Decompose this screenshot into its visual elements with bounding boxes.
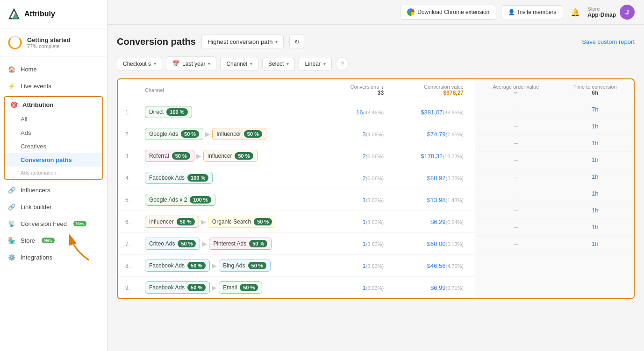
pct-badge: 100 %	[166, 108, 187, 116]
select-chevron-icon: ▾	[286, 61, 289, 66]
path-cell: Referral50 % ▶ Influencer50 %	[137, 145, 327, 167]
user-avatar[interactable]: J	[620, 5, 635, 20]
table-row: 9. Facebook Ads50 % ▶ Email50 % 1(3.03%)…	[118, 277, 475, 299]
sidebar-item-live-events-label: Live events	[21, 83, 51, 90]
conversion-path-dropdown[interactable]: Highest conversion path ▾	[201, 35, 284, 49]
save-custom-report-button[interactable]: Save custom report	[582, 38, 635, 45]
time-to-conversion-cell: 1h	[557, 152, 634, 168]
integrations-icon: ⚙️	[7, 253, 16, 261]
table-header-row: Channel Conversions ↓ 33 Conversion valu…	[118, 79, 475, 101]
time-to-conversion-cell: 7h	[557, 101, 634, 118]
sidebar-item-conversion-paths[interactable]: Conversion paths	[5, 153, 102, 167]
col-conv-value-header[interactable]: Conversion value $978,27	[395, 79, 475, 101]
path-cell: Facebook Ads100 %	[137, 167, 327, 189]
store-label: Store	[587, 6, 616, 12]
time-to-conversion-cell: 1h	[557, 118, 634, 135]
col-channel-header: Channel	[137, 79, 327, 101]
pct-badge: 50 %	[172, 152, 190, 160]
row-number: 3.	[118, 145, 137, 167]
checkout-filter[interactable]: Checkout s ▾	[117, 57, 162, 71]
checkout-filter-label: Checkout s	[123, 61, 151, 67]
avg-order-cell: --	[475, 101, 557, 118]
chrome-btn-label: Download Chrome extension	[417, 9, 489, 15]
date-filter[interactable]: 📅 Last year ▾	[166, 56, 216, 71]
model-chevron-icon: ▾	[323, 61, 326, 66]
value-cell: $46,56(4.76%)	[395, 255, 475, 277]
select-filter-label: Select	[268, 61, 284, 67]
value-cell: $74,79(7.65%)	[395, 123, 475, 145]
channel-filter[interactable]: Channel ▾	[220, 57, 258, 71]
sidebar-item-influencers[interactable]: 🔗 Influencers	[0, 182, 107, 198]
value-cell: $13,98(1.43%)	[395, 189, 475, 211]
select-filter[interactable]: Select ▾	[262, 57, 295, 71]
conversions-cell: 1(3.03%)	[327, 189, 395, 211]
avg-order-cell: --	[475, 118, 557, 135]
help-button[interactable]: ?	[336, 57, 349, 70]
conversion-pct: (3.03%)	[366, 197, 384, 203]
sidebar-item-link-builder[interactable]: 🔗 Link builder	[0, 198, 107, 215]
conversion-value: 1	[362, 240, 365, 247]
sidebar-item-attribution[interactable]: 🎯 Attribution	[5, 97, 102, 112]
table-main: Channel Conversions ↓ 33 Conversion valu…	[118, 79, 475, 298]
conversion-value: 1	[362, 262, 365, 269]
path-arrow-icon: ▶	[212, 262, 217, 269]
conversion-pct: (3.03%)	[366, 285, 384, 291]
conversion-pct: (3.03%)	[366, 263, 384, 269]
table-row: 5. Google Ads x 2100 % 1(3.03%)$13,98(1.…	[118, 189, 475, 211]
conversion-value: 2	[362, 175, 365, 182]
attribution-section-box: 🎯 Attribution All Ads Creatives Conversi…	[4, 96, 103, 180]
sidebar-item-creatives[interactable]: Creatives	[5, 140, 102, 153]
pct-badge: 50 %	[187, 262, 206, 269]
attribution-subnav: All Ads Creatives Conversion paths Ads a…	[5, 112, 102, 179]
conversions-cell: 1(3.03%)	[327, 211, 395, 233]
path-cell: Google Ads x 2100 %	[137, 189, 327, 211]
time-to-conversion-cell: 1h	[557, 236, 634, 253]
getting-started-section[interactable]: Getting started 77% complete	[0, 28, 107, 57]
avg-order-cell: --	[475, 152, 557, 168]
conversion-value: 1	[362, 218, 365, 225]
channel-tag: Criteo Ads50 %	[145, 238, 200, 250]
sidebar-item-ads[interactable]: Ads	[5, 126, 102, 140]
conversions-cell: 2(6.06%)	[327, 167, 395, 189]
sidebar-item-home[interactable]: 🏠 Home	[0, 61, 107, 77]
money-value: $381,07	[421, 109, 443, 116]
sidebar-item-integrations[interactable]: ⚙️ Integrations	[0, 249, 107, 266]
col-time-header: Time to conversion 6h	[557, 79, 634, 101]
sidebar-item-live-events[interactable]: ⚡ Live events	[0, 77, 107, 94]
value-pct: (7.65%)	[445, 132, 464, 137]
path-cell: Influencer50 % ▶ Organic Search50 %	[137, 211, 327, 233]
conversion-pct: (3.03%)	[366, 241, 384, 247]
sidebar-item-all[interactable]: All	[5, 112, 102, 126]
model-filter-label: Linear	[305, 61, 320, 67]
path-arrow-icon: ▶	[212, 284, 217, 291]
pct-badge: 50 %	[248, 262, 266, 269]
calendar-icon: 📅	[172, 60, 179, 67]
model-filter[interactable]: Linear ▾	[299, 57, 331, 71]
store-info: Store App-Dmap	[587, 6, 616, 18]
store-badge: New	[42, 238, 55, 243]
sidebar-item-conversion-feed[interactable]: 📡 Conversion Feed New	[0, 215, 107, 232]
conversions-cell: 1(3.03%)	[327, 233, 395, 255]
refresh-button[interactable]: ↻	[289, 34, 304, 49]
sidebar-item-store[interactable]: 🏪 Store New	[0, 232, 107, 249]
pct-badge: 50 %	[244, 130, 262, 138]
invite-members-button[interactable]: 👤 Invite members	[501, 5, 563, 19]
svg-marker-1	[12, 12, 19, 19]
logo-area: Attribuly	[0, 0, 107, 28]
user-info: Store App-Dmap J	[587, 5, 635, 20]
page-title: Conversion paths	[117, 36, 196, 47]
conversion-value: 2	[362, 153, 365, 160]
conversion-pct: (6.06%)	[366, 176, 384, 181]
conversion-pct: (3.03%)	[366, 219, 384, 225]
notification-bell-icon[interactable]: 🔔	[568, 5, 583, 20]
date-chevron-icon: ▾	[208, 61, 210, 66]
chrome-extension-button[interactable]: Download Chrome extension	[400, 5, 496, 20]
sidebar-item-influencers-label: Influencers	[21, 187, 50, 194]
help-icon: ?	[340, 60, 343, 67]
value-pct: (1.43%)	[445, 197, 464, 203]
col-conversions-header[interactable]: Conversions ↓ 33	[327, 79, 395, 101]
pct-badge: 50 %	[177, 218, 195, 225]
path-cell: Direct100 %	[137, 101, 327, 123]
sidebar-item-home-label: Home	[21, 66, 37, 73]
value-pct: (8.28%)	[445, 176, 464, 181]
